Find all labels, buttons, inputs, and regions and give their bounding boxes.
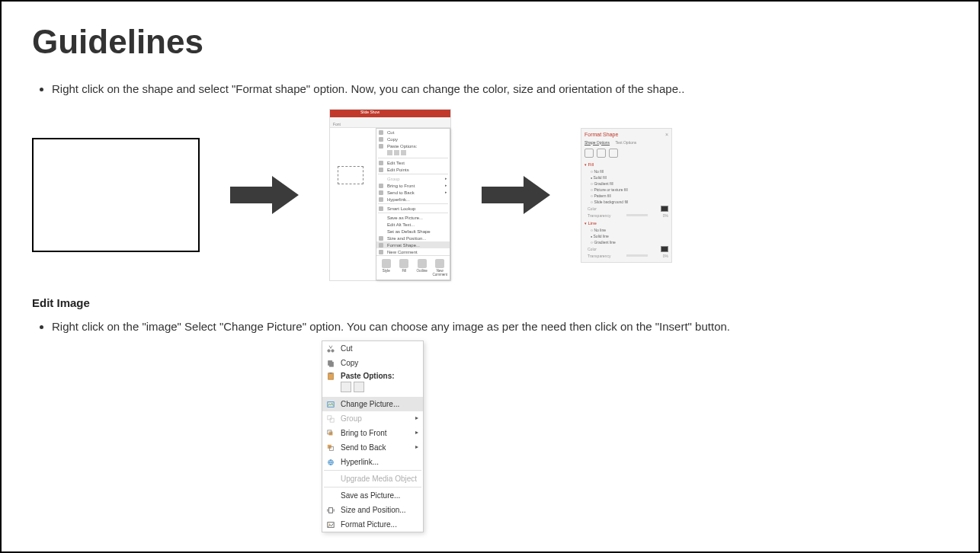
opt-slide-background-fill[interactable]: Slide background fill	[584, 199, 668, 205]
illustration-row-1: Slide Show Cut Copy Paste Options: Edit …	[32, 109, 948, 281]
svg-point-2	[328, 350, 330, 352]
svg-rect-9	[328, 416, 331, 420]
opt-no-line[interactable]: No line	[584, 227, 668, 233]
menu2-change-picture[interactable]: Change Picture...	[322, 397, 423, 411]
ribbon-tab: Slide Show	[330, 110, 380, 114]
menu-bring-to-front[interactable]: Bring to Front	[376, 182, 450, 189]
menu-format-shape[interactable]: Format Shape...	[376, 241, 450, 248]
menu2-upgrade-media: Upgrade Media Object	[322, 471, 423, 486]
shape-context-menu: Cut Copy Paste Options: Edit Text Edit P…	[376, 128, 450, 280]
menu2-bring-to-front[interactable]: Bring to Front	[322, 426, 423, 440]
mini-style[interactable]: Style	[379, 259, 394, 276]
bullet-list-1: Right click on the shape and select "For…	[44, 82, 948, 95]
mini-toolbar: Style Fill Outline New Comment	[376, 255, 450, 280]
mini-new-comment[interactable]: New Comment	[433, 259, 448, 276]
opt-pattern-fill[interactable]: Pattern fill	[584, 193, 668, 199]
menu2-paste-options[interactable]	[322, 380, 423, 397]
format-shape-subtabs: Shape Options Text Options	[584, 140, 668, 145]
menu-paste-options-label: Paste Options:	[376, 142, 450, 149]
menu-copy[interactable]: Copy	[376, 136, 450, 142]
format-shape-category-icons	[584, 149, 668, 158]
ribbon-bar: Slide Show	[330, 110, 450, 117]
example-rectangle-shape	[32, 138, 200, 252]
tab-shape-options[interactable]: Shape Options	[584, 140, 610, 145]
svg-rect-6	[328, 373, 334, 379]
menu-send-to-back[interactable]: Send to Back	[376, 189, 450, 196]
menu-hyperlink[interactable]: Hyperlink...	[376, 196, 450, 203]
menu2-cut[interactable]: Cut	[322, 341, 423, 356]
image-context-menu: Cut Copy Paste Options: Change Picture..…	[322, 340, 424, 532]
mini-fill[interactable]: Fill	[397, 259, 412, 276]
field-line-transparency[interactable]: Transparency0%	[584, 253, 668, 259]
menu2-hyperlink[interactable]: Hyperlink...	[322, 455, 423, 469]
fill-line-icon[interactable]	[584, 149, 594, 158]
menu-size-and-position[interactable]: Size and Position...	[376, 235, 450, 241]
svg-marker-0	[230, 176, 299, 214]
menu2-format-picture[interactable]: Format Picture...	[322, 517, 423, 532]
opt-no-fill[interactable]: No fill	[584, 168, 668, 174]
mini-outline[interactable]: Outline	[415, 259, 430, 276]
menu-set-as-default-shape[interactable]: Set as Default Shape	[376, 228, 450, 235]
subhead-edit-image: Edit Image	[32, 296, 948, 309]
menu-save-as-picture[interactable]: Save as Picture...	[376, 214, 450, 221]
arrow-icon	[230, 176, 299, 214]
size-props-icon[interactable]	[609, 149, 618, 158]
opt-picture-texture-fill[interactable]: Picture or texture fill	[584, 187, 668, 193]
menu2-paste-options-label: Paste Options:	[322, 370, 423, 380]
field-transparency[interactable]: Transparency0%	[584, 213, 668, 219]
svg-rect-5	[329, 362, 333, 366]
opt-solid-line[interactable]: Solid line	[584, 233, 668, 239]
menu-cut[interactable]: Cut	[376, 129, 450, 136]
format-shape-pane: × Format Shape Shape Options Text Option…	[581, 128, 672, 263]
menu2-size-and-position[interactable]: Size and Position...	[322, 503, 423, 517]
field-line-color[interactable]: Color	[584, 245, 668, 253]
page-title: Guidelines	[32, 23, 948, 61]
tab-text-options[interactable]: Text Options	[615, 140, 636, 145]
close-icon[interactable]: ×	[665, 132, 668, 137]
menu-group: Group	[376, 175, 450, 182]
opt-gradient-fill[interactable]: Gradient fill	[584, 181, 668, 187]
selected-shape	[338, 166, 363, 184]
section-line[interactable]: Line	[584, 221, 668, 225]
section-fill[interactable]: Fill	[584, 162, 668, 167]
menu-smart-lookup[interactable]: Smart Lookup	[376, 205, 450, 212]
opt-solid-fill[interactable]: Solid fill	[584, 174, 668, 181]
opt-gradient-line[interactable]: Gradient line	[584, 239, 668, 245]
menu-new-comment[interactable]: New Comment	[376, 248, 450, 255]
menu2-copy[interactable]: Copy	[322, 356, 423, 370]
bullet-list-2: Right click on the "image" Select "Chang…	[44, 320, 948, 333]
bullet-1: Right click on the shape and select "For…	[52, 82, 948, 95]
svg-rect-16	[329, 508, 333, 513]
format-shape-title: Format Shape	[584, 132, 668, 137]
bullet-2: Right click on the "image" Select "Chang…	[52, 320, 948, 333]
svg-point-3	[331, 350, 334, 352]
field-color[interactable]: Color	[584, 205, 668, 213]
menu-paste-options[interactable]	[376, 149, 450, 157]
svg-rect-10	[330, 418, 334, 422]
menu2-group: Group	[322, 411, 423, 426]
svg-rect-11	[329, 432, 333, 436]
context-menu-figure: Slide Show Cut Copy Paste Options: Edit …	[329, 109, 451, 281]
menu2-save-as-picture[interactable]: Save as Picture...	[322, 488, 423, 503]
menu-edit-alt-text[interactable]: Edit Alt Text...	[376, 221, 450, 228]
menu2-send-to-back[interactable]: Send to Back	[322, 440, 423, 455]
svg-marker-1	[482, 176, 550, 214]
arrow-icon	[482, 176, 550, 214]
ribbon-toolbar	[330, 117, 450, 128]
effects-icon[interactable]	[597, 149, 606, 158]
svg-rect-7	[329, 372, 331, 374]
menu-edit-text[interactable]: Edit Text	[376, 159, 450, 166]
slide-canvas	[330, 128, 376, 280]
menu-edit-points[interactable]: Edit Points	[376, 166, 450, 173]
